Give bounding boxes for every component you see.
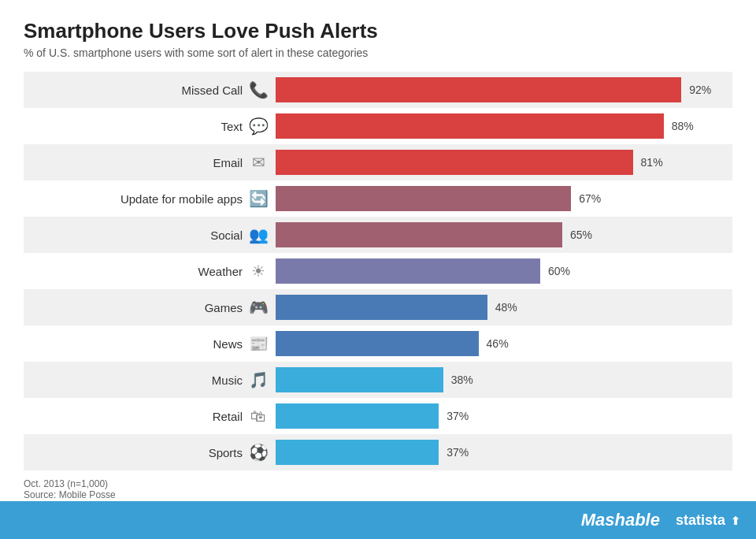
bar-container: 46% [276, 331, 732, 356]
bar-row: News📰46% [24, 325, 732, 362]
bar-pct-label: 48% [495, 301, 517, 314]
bar-label-area: Text💬 [24, 117, 276, 136]
bar-row: Text💬88% [24, 108, 732, 144]
bar-container: 67% [276, 186, 732, 211]
bar-row: Weather☀60% [24, 253, 732, 289]
bar: 65% [276, 222, 562, 247]
bar-label-text: Music [212, 374, 243, 387]
statista-logo: statista ⬆ [676, 512, 740, 529]
bar-row: Update for mobile apps🔄67% [24, 180, 732, 217]
main-container: Smartphone Users Love Push Alerts % of U… [0, 0, 756, 539]
bar-label-area: News📰 [24, 334, 276, 353]
bar-label-text: Email [213, 156, 243, 169]
bar-label-text: Sports [209, 446, 243, 459]
bar-label-icon: 🛍 [247, 407, 269, 426]
bar-container: 37% [276, 440, 732, 465]
bar-pct-label: 81% [641, 156, 663, 169]
bar-label-icon: 💬 [247, 117, 269, 136]
bar-pct-label: 46% [487, 337, 509, 350]
bar-label-icon: 📰 [247, 334, 269, 353]
bar-label-text: Missed Call [181, 84, 243, 97]
chart-area: Missed Call📞92%Text💬88%Email✉81%Update f… [24, 72, 732, 470]
chart-subtitle: % of U.S. smartphone users with some sor… [24, 46, 732, 59]
bar-label-area: Weather☀ [24, 262, 276, 281]
footer-line1: Oct. 2013 (n=1,000) [24, 478, 732, 489]
bar-label-icon: ☀ [247, 262, 269, 281]
bar-pct-label: 37% [447, 446, 469, 459]
bar-pct-label: 37% [447, 410, 469, 422]
bar: 92% [276, 77, 681, 102]
bar-row: Email✉81% [24, 144, 732, 180]
bar-label-icon: ⚽ [247, 443, 269, 462]
bar-label-area: Update for mobile apps🔄 [24, 189, 276, 208]
bar-label-area: Retail🛍 [24, 407, 276, 426]
bar: 81% [276, 150, 633, 175]
bar-label-icon: 👥 [247, 225, 269, 244]
bar: 67% [276, 186, 571, 211]
bar: 60% [276, 258, 540, 284]
bar-container: 92% [276, 77, 732, 102]
bar-container: 48% [276, 295, 732, 320]
bar-container: 65% [276, 222, 732, 247]
bar-label-icon: 📞 [247, 80, 269, 99]
bar-container: 60% [276, 258, 732, 284]
bar-container: 81% [276, 150, 732, 175]
bar-label-text: News [213, 337, 243, 351]
footer-brand: Mashable statista ⬆ [0, 501, 756, 539]
bar: 88% [276, 113, 664, 139]
bar-pct-label: 38% [451, 374, 473, 386]
bar-label-area: Games🎮 [24, 298, 276, 317]
bar-label-icon: ✉ [247, 153, 269, 172]
bar: 48% [276, 295, 487, 320]
bar-label-area: Missed Call📞 [24, 80, 276, 99]
bar-label-icon: 🎮 [247, 298, 269, 317]
bar-label-text: Retail [213, 410, 243, 423]
bar-row: Retail🛍37% [24, 398, 732, 434]
bar-label-icon: 🔄 [247, 189, 269, 208]
bar-pct-label: 88% [672, 120, 694, 132]
bar-pct-label: 67% [579, 192, 601, 205]
statista-icon: ⬆ [731, 515, 740, 527]
bar-label-area: Social👥 [24, 225, 276, 244]
bar-label-text: Update for mobile apps [120, 192, 243, 206]
footer-line2: Source: Mobile Posse [24, 489, 732, 500]
bar-label-text: Text [220, 120, 243, 133]
bar-row: Social👥65% [24, 217, 732, 253]
bar-container: 38% [276, 367, 732, 392]
bar-pct-label: 65% [570, 229, 592, 241]
bar: 37% [276, 403, 439, 429]
bar-label-text: Games [205, 301, 243, 314]
bar-container: 88% [276, 113, 732, 139]
mashable-logo: Mashable [581, 510, 660, 530]
bar: 38% [276, 367, 443, 392]
bar: 46% [276, 331, 479, 356]
bar-pct-label: 92% [689, 84, 711, 96]
bar-row: Sports⚽37% [24, 434, 732, 470]
bar-label-text: Weather [198, 265, 243, 278]
bar-label-icon: 🎵 [247, 370, 269, 389]
bar-row: Games🎮48% [24, 289, 732, 325]
bar-row: Missed Call📞92% [24, 72, 732, 108]
bar: 37% [276, 440, 439, 465]
footer: Oct. 2013 (n=1,000) Source: Mobile Posse [24, 478, 732, 500]
bar-label-area: Music🎵 [24, 370, 276, 389]
bar-row: Music🎵38% [24, 362, 732, 398]
bar-label-area: Sports⚽ [24, 443, 276, 462]
chart-title: Smartphone Users Love Push Alerts [24, 19, 732, 43]
bar-label-text: Social [210, 229, 243, 242]
bar-container: 37% [276, 403, 732, 429]
bar-label-area: Email✉ [24, 153, 276, 172]
bar-pct-label: 60% [548, 265, 570, 277]
